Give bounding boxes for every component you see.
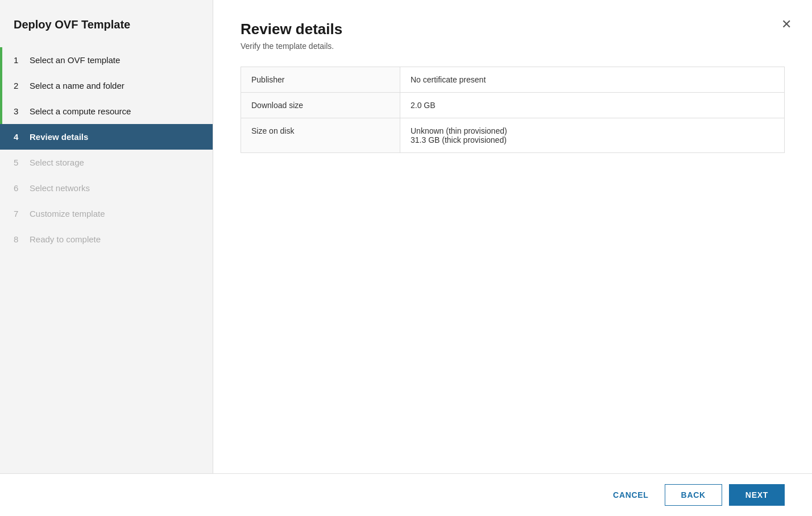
sidebar-step-7: 7 Customize template (0, 201, 213, 226)
details-table: Publisher No certificate present Downloa… (241, 67, 785, 153)
table-row-publisher: Publisher No certificate present (241, 67, 785, 93)
step-number-8: 8 (14, 234, 24, 244)
main-content: ✕ Review details Verify the template det… (213, 0, 812, 473)
step-label-6: Select networks (30, 183, 90, 193)
table-cell-publisher-value: No certificate present (400, 67, 785, 93)
step-indicator-2 (0, 73, 2, 98)
sidebar-step-4[interactable]: 4 Review details (0, 124, 213, 150)
table-row-size-on-disk: Size on disk Unknown (thin provisioned) … (241, 118, 785, 153)
sidebar-title: Deploy OVF Template (0, 18, 213, 47)
step-label-2: Select a name and folder (30, 81, 125, 90)
back-button[interactable]: BACK (665, 484, 722, 506)
table-cell-download-size-label: Download size (241, 93, 400, 118)
step-indicator-3 (0, 98, 2, 124)
step-number-6: 6 (14, 183, 24, 193)
size-on-disk-thin: Unknown (thin provisioned) (411, 126, 774, 135)
sidebar-step-2[interactable]: 2 Select a name and folder (0, 73, 213, 98)
sidebar: Deploy OVF Template 1 Select an OVF temp… (0, 0, 213, 473)
deploy-ovf-dialog: Deploy OVF Template 1 Select an OVF temp… (0, 0, 812, 516)
step-number-1: 1 (14, 55, 24, 65)
step-number-3: 3 (14, 106, 24, 116)
footer: CANCEL BACK NEXT (0, 473, 812, 516)
table-cell-publisher-label: Publisher (241, 67, 400, 93)
size-on-disk-thick: 31.3 GB (thick provisioned) (411, 135, 774, 145)
step-label-1: Select an OVF template (30, 55, 120, 65)
table-cell-size-on-disk-label: Size on disk (241, 118, 400, 153)
sidebar-step-1[interactable]: 1 Select an OVF template (0, 47, 213, 73)
sidebar-step-3[interactable]: 3 Select a compute resource (0, 98, 213, 124)
step-number-7: 7 (14, 209, 24, 218)
table-cell-download-size-value: 2.0 GB (400, 93, 785, 118)
next-button[interactable]: NEXT (729, 484, 785, 506)
page-title: Review details (241, 20, 785, 38)
step-label-3: Select a compute resource (30, 106, 131, 116)
step-number-2: 2 (14, 81, 24, 90)
cancel-button[interactable]: CANCEL (604, 485, 658, 505)
sidebar-step-6: 6 Select networks (0, 175, 213, 201)
sidebar-step-8: 8 Ready to complete (0, 226, 213, 252)
step-label-7: Customize template (30, 209, 105, 218)
step-label-4: Review details (30, 132, 88, 142)
step-number-4: 4 (14, 132, 24, 142)
sidebar-step-5: 5 Select storage (0, 150, 213, 175)
close-button[interactable]: ✕ (779, 16, 794, 33)
step-number-5: 5 (14, 158, 24, 167)
step-label-8: Ready to complete (30, 234, 101, 244)
sidebar-steps: 1 Select an OVF template 2 Select a name… (0, 47, 213, 252)
table-cell-size-on-disk-value: Unknown (thin provisioned) 31.3 GB (thic… (400, 118, 785, 153)
dialog-body: Deploy OVF Template 1 Select an OVF temp… (0, 0, 812, 473)
step-label-5: Select storage (30, 158, 84, 167)
page-subtitle: Verify the template details. (241, 42, 785, 51)
step-indicator-1 (0, 47, 2, 73)
table-row-download-size: Download size 2.0 GB (241, 93, 785, 118)
